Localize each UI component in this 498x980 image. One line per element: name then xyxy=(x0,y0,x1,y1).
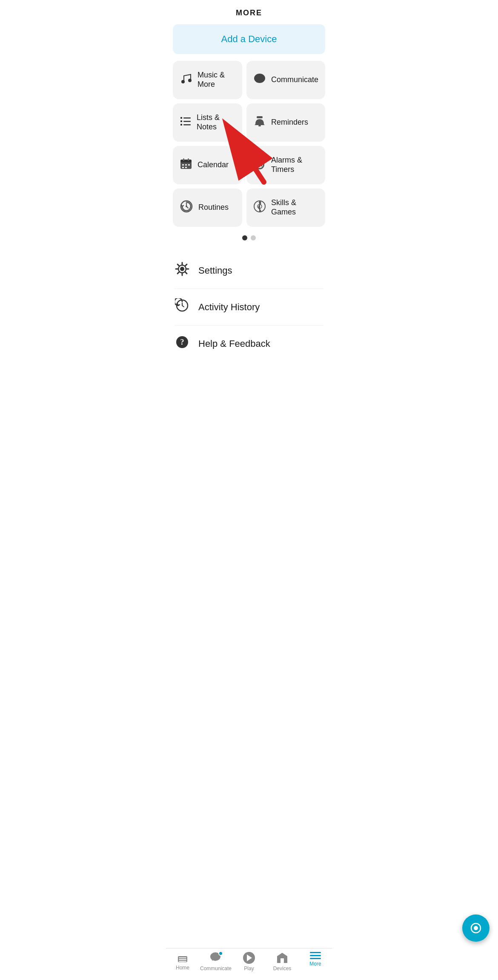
svg-rect-11 xyxy=(258,125,261,126)
communicate-label: Communicate xyxy=(271,75,318,85)
svg-point-30 xyxy=(259,202,260,203)
add-device-label: Add a Device xyxy=(221,34,277,44)
help-feedback-label: Help & Feedback xyxy=(198,338,270,349)
feature-grid: Music & More Communicate xyxy=(166,61,332,227)
activity-history-item[interactable]: Activity History xyxy=(175,289,323,326)
svg-point-0 xyxy=(181,80,185,83)
page-header: MORE xyxy=(166,0,332,24)
pagination xyxy=(166,235,332,240)
pagination-dot-2[interactable] xyxy=(251,235,256,240)
help-feedback-item[interactable]: ? Help & Feedback xyxy=(175,326,323,362)
svg-rect-6 xyxy=(180,120,182,122)
history-icon xyxy=(175,298,190,316)
grid-section: Music & More Communicate xyxy=(166,61,332,227)
svg-rect-9 xyxy=(183,124,191,126)
grid-item-routines[interactable]: Routines xyxy=(173,189,242,227)
grid-item-alarms-timers[interactable]: Alarms & Timers xyxy=(246,146,325,184)
list-section: Settings Activity History ? Help & Feedb… xyxy=(166,252,332,362)
settings-icon xyxy=(175,262,190,279)
svg-rect-8 xyxy=(180,124,182,126)
grid-item-skills-games[interactable]: Skills & Games xyxy=(246,189,325,227)
alarm-icon xyxy=(253,157,266,174)
grid-item-lists-notes[interactable]: Lists & Notes xyxy=(173,103,242,142)
svg-point-1 xyxy=(188,79,192,82)
reminders-label: Reminders xyxy=(271,118,308,127)
svg-point-27 xyxy=(186,206,187,207)
svg-rect-5 xyxy=(183,117,191,119)
svg-point-2 xyxy=(254,74,265,83)
svg-rect-21 xyxy=(257,157,262,159)
svg-rect-17 xyxy=(185,164,187,166)
svg-rect-18 xyxy=(188,164,190,166)
music-icon xyxy=(180,72,192,88)
svg-rect-4 xyxy=(180,117,182,119)
svg-rect-16 xyxy=(182,164,184,166)
music-more-label: Music & More xyxy=(197,71,235,89)
pagination-dot-1[interactable] xyxy=(242,235,247,240)
grid-item-music-more[interactable]: Music & More xyxy=(173,61,242,99)
grid-item-communicate[interactable]: Communicate xyxy=(246,61,325,99)
calendar-label: Calendar xyxy=(197,160,229,170)
lists-notes-label: Lists & Notes xyxy=(197,113,235,131)
svg-point-34 xyxy=(180,267,184,271)
activity-history-label: Activity History xyxy=(198,302,260,313)
svg-rect-14 xyxy=(183,158,184,161)
svg-rect-15 xyxy=(188,158,189,161)
reminder-icon xyxy=(253,115,266,131)
svg-rect-7 xyxy=(183,121,191,122)
routines-icon xyxy=(180,200,193,216)
skills-icon xyxy=(253,200,266,216)
page-title: MORE xyxy=(166,9,332,17)
svg-rect-20 xyxy=(185,167,187,168)
skills-games-label: Skills & Games xyxy=(271,198,318,217)
alarms-timers-label: Alarms & Timers xyxy=(271,156,318,174)
svg-rect-19 xyxy=(182,167,184,168)
add-device-button[interactable]: Add a Device xyxy=(173,24,325,54)
svg-text:?: ? xyxy=(180,338,184,346)
settings-label: Settings xyxy=(198,265,232,276)
settings-item[interactable]: Settings xyxy=(175,252,323,289)
svg-rect-10 xyxy=(257,116,263,118)
calendar-icon xyxy=(180,157,192,173)
help-icon: ? xyxy=(175,335,190,352)
chat-icon xyxy=(253,72,266,88)
list-icon xyxy=(180,115,192,130)
grid-item-calendar[interactable]: Calendar xyxy=(173,146,242,184)
grid-item-reminders[interactable]: Reminders xyxy=(246,103,325,142)
svg-rect-13 xyxy=(180,160,192,163)
routines-label: Routines xyxy=(198,203,229,212)
